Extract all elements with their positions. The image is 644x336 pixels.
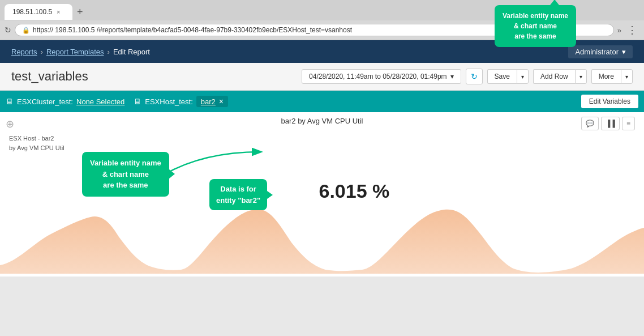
top-callout-line2: & chart name	[503, 21, 568, 31]
user-name: Administrator	[575, 48, 619, 56]
date-range-text: 04/28/2020, 11:49am to 05/28/2020, 01:49…	[309, 73, 447, 80]
nav-reports-link[interactable]: Reports	[11, 48, 37, 56]
user-chevron: ▾	[622, 48, 626, 56]
inner-callout-bubble: Variable entity name & chart name are th…	[82, 152, 169, 197]
refresh-browser-button[interactable]: ↻	[5, 25, 11, 35]
chart-menu-button[interactable]: ≡	[622, 117, 635, 130]
add-row-dropdown-button[interactable]: ▾	[575, 69, 587, 84]
data-callout-line2: entity "bar2"	[216, 195, 260, 206]
cluster-variable: 🖥 ESXCluster_test: None Selected	[6, 97, 124, 106]
host-variable: 🖥 ESXHost_test: bar2 ×	[134, 96, 228, 107]
host-tag: bar2 ×	[196, 96, 228, 107]
header-controls: 04/28/2020, 11:49am to 05/28/2020, 01:49…	[302, 69, 633, 84]
top-callout-bubble: Variable entity name & chart name are th…	[495, 5, 576, 47]
save-dropdown-button[interactable]: ▾	[517, 69, 529, 84]
tab-title: 198.51.100.5	[12, 8, 52, 16]
data-callout-line1: Data is for	[216, 184, 260, 195]
date-range-button[interactable]: 04/28/2020, 11:49am to 05/28/2020, 01:49…	[302, 69, 461, 84]
breadcrumb: Reports › Report Templates › Edit Report	[11, 48, 150, 56]
inner-callout-line2: & chart name	[90, 169, 161, 180]
chart-label-line2: by Avg VM CPU Util	[9, 143, 65, 153]
content-area: ⊕ bar2 by Avg VM CPU Util 💬 ▐▐ ≡ ESX Hos…	[0, 112, 644, 277]
breadcrumb-sep1: ›	[41, 48, 43, 56]
cluster-label: ESXCluster_test:	[17, 97, 73, 106]
date-range-chevron: ▾	[450, 73, 454, 80]
add-row-button[interactable]: Add Row	[533, 69, 575, 84]
browser-menu-icon[interactable]: ⋮	[625, 24, 639, 36]
refresh-data-button[interactable]: ↻	[466, 69, 483, 84]
lock-icon: 🔒	[22, 27, 30, 34]
host-icon: 🖥	[134, 97, 141, 106]
expand-icon[interactable]: »	[617, 26, 621, 35]
nav-report-templates-link[interactable]: Report Templates	[46, 48, 104, 56]
more-split-button: More ▾	[591, 69, 633, 84]
add-row-split-button: Add Row ▾	[533, 69, 587, 84]
top-callout-line3: are the same	[503, 31, 568, 41]
inner-callout-line3: are the same	[90, 180, 161, 191]
arrow-svg	[158, 146, 272, 180]
tab-close-icon[interactable]: ×	[57, 8, 60, 15]
url-text: https:// 198.51.100.5 /#reports/template…	[33, 26, 352, 34]
user-menu-button[interactable]: Administrator ▾	[568, 45, 633, 58]
breadcrumb-sep2: ›	[108, 48, 110, 56]
chart-toolbar-right: 💬 ▐▐ ≡	[581, 117, 635, 130]
area-chart	[0, 186, 644, 277]
chart-left-label: ESX Host - bar2 by Avg VM CPU Util	[9, 134, 65, 152]
more-button[interactable]: More	[591, 69, 621, 84]
host-label: ESXHost_test:	[145, 97, 193, 106]
save-button[interactable]: Save	[487, 69, 517, 84]
host-tag-close-icon[interactable]: ×	[219, 97, 224, 106]
page-title: test_variables	[11, 69, 88, 84]
new-tab-button[interactable]: +	[72, 6, 88, 18]
active-tab: 198.51.100.5 ×	[5, 4, 72, 20]
chart-bar-button[interactable]: ▐▐	[601, 117, 620, 130]
move-icon: ⊕	[6, 118, 14, 130]
chart-comment-button[interactable]: 💬	[581, 117, 599, 130]
host-value-link[interactable]: bar2	[201, 97, 216, 106]
page-header: test_variables 04/28/2020, 11:49am to 05…	[0, 63, 644, 91]
cluster-value-link[interactable]: None Selected	[76, 97, 124, 106]
variable-bar: 🖥 ESXCluster_test: None Selected 🖥 ESXHo…	[0, 91, 644, 112]
chart-move-handle[interactable]: ⊕	[6, 118, 14, 130]
breadcrumb-current: Edit Report	[113, 48, 150, 56]
inner-callout-line1: Variable entity name	[90, 158, 161, 169]
top-callout-line1: Variable entity name	[503, 11, 568, 21]
cluster-icon: 🖥	[6, 97, 14, 106]
data-callout-bubble: Data is for entity "bar2"	[209, 179, 267, 210]
edit-variables-button[interactable]: Edit Variables	[581, 95, 638, 108]
chart-title: bar2 by Avg VM CPU Util	[0, 112, 644, 127]
chart-label-line1: ESX Host - bar2	[9, 134, 65, 143]
more-dropdown-button[interactable]: ▾	[621, 69, 633, 84]
save-split-button: Save ▾	[487, 69, 529, 84]
